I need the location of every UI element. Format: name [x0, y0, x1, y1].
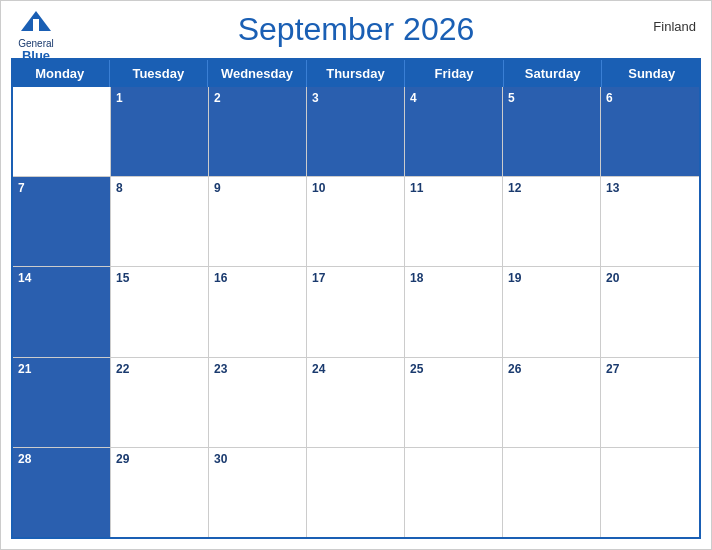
day-number-23: 23: [214, 362, 227, 376]
day-number-30: 30: [214, 452, 227, 466]
day-cell-week5-day4[interactable]: [307, 448, 405, 537]
day-cell-week3-day3[interactable]: 16: [209, 267, 307, 356]
day-header-thursday: Thursday: [307, 60, 406, 87]
day-cell-week2-day1[interactable]: 7: [13, 177, 111, 266]
calendar-container: General Blue September 2026 Finland Mond…: [0, 0, 712, 550]
day-number-12: 12: [508, 181, 521, 195]
day-cell-week1-day3[interactable]: 2: [209, 87, 307, 176]
day-cell-week1-day4[interactable]: 3: [307, 87, 405, 176]
days-header: Monday Tuesday Wednesday Thursday Friday…: [11, 60, 701, 87]
country-label: Finland: [653, 19, 696, 34]
day-number-8: 8: [116, 181, 123, 195]
day-number-13: 13: [606, 181, 619, 195]
day-cell-week3-day1[interactable]: 14: [13, 267, 111, 356]
day-header-friday: Friday: [405, 60, 504, 87]
day-cell-week3-day2[interactable]: 15: [111, 267, 209, 356]
week-row-1: 123456: [13, 87, 699, 177]
day-cell-week5-day6[interactable]: [503, 448, 601, 537]
day-cell-week4-day6[interactable]: 26: [503, 358, 601, 447]
day-number-2: 2: [214, 91, 221, 105]
day-number-10: 10: [312, 181, 325, 195]
day-number-7: 7: [18, 181, 25, 195]
calendar-header: General Blue September 2026 Finland: [1, 1, 711, 53]
calendar-grid: Monday Tuesday Wednesday Thursday Friday…: [11, 58, 701, 539]
day-cell-week1-day6[interactable]: 5: [503, 87, 601, 176]
day-number-17: 17: [312, 271, 325, 285]
day-cell-week4-day7[interactable]: 27: [601, 358, 699, 447]
day-number-11: 11: [410, 181, 423, 195]
svg-rect-2: [33, 19, 39, 33]
day-number-6: 6: [606, 91, 613, 105]
weeks-container: 1234567891011121314151617181920212223242…: [11, 87, 701, 539]
day-header-saturday: Saturday: [504, 60, 603, 87]
day-cell-week5-day1[interactable]: 28: [13, 448, 111, 537]
day-cell-week4-day5[interactable]: 25: [405, 358, 503, 447]
day-cell-week4-day3[interactable]: 23: [209, 358, 307, 447]
day-number-19: 19: [508, 271, 521, 285]
day-cell-week5-day2[interactable]: 29: [111, 448, 209, 537]
day-number-21: 21: [18, 362, 31, 376]
day-header-monday: Monday: [11, 60, 110, 87]
day-number-24: 24: [312, 362, 325, 376]
day-number-5: 5: [508, 91, 515, 105]
day-cell-week5-day7[interactable]: [601, 448, 699, 537]
day-cell-week2-day5[interactable]: 11: [405, 177, 503, 266]
day-number-16: 16: [214, 271, 227, 285]
day-header-wednesday: Wednesday: [208, 60, 307, 87]
day-cell-week2-day4[interactable]: 10: [307, 177, 405, 266]
day-number-28: 28: [18, 452, 31, 466]
day-cell-week1-day1[interactable]: [13, 87, 111, 176]
week-row-4: 21222324252627: [13, 358, 699, 448]
week-row-3: 14151617181920: [13, 267, 699, 357]
day-cell-week4-day1[interactable]: 21: [13, 358, 111, 447]
week-row-5: 282930: [13, 448, 699, 537]
day-cell-week5-day5[interactable]: [405, 448, 503, 537]
month-title: September 2026: [238, 11, 475, 48]
day-cell-week3-day6[interactable]: 19: [503, 267, 601, 356]
day-number-18: 18: [410, 271, 423, 285]
day-number-4: 4: [410, 91, 417, 105]
week-row-2: 78910111213: [13, 177, 699, 267]
generalblue-logo: General Blue: [16, 9, 56, 62]
day-cell-week4-day2[interactable]: 22: [111, 358, 209, 447]
day-number-15: 15: [116, 271, 129, 285]
day-number-26: 26: [508, 362, 521, 376]
day-cell-week2-day3[interactable]: 9: [209, 177, 307, 266]
day-cell-week3-day5[interactable]: 18: [405, 267, 503, 356]
day-cell-week4-day4[interactable]: 24: [307, 358, 405, 447]
day-number-27: 27: [606, 362, 619, 376]
day-number-25: 25: [410, 362, 423, 376]
day-cell-week2-day2[interactable]: 8: [111, 177, 209, 266]
day-cell-week1-day2[interactable]: 1: [111, 87, 209, 176]
day-number-9: 9: [214, 181, 221, 195]
day-number-3: 3: [312, 91, 319, 105]
day-header-sunday: Sunday: [602, 60, 701, 87]
day-cell-week2-day6[interactable]: 12: [503, 177, 601, 266]
day-header-tuesday: Tuesday: [110, 60, 209, 87]
day-number-14: 14: [18, 271, 31, 285]
logo-blue: Blue: [22, 49, 50, 62]
day-cell-week1-day7[interactable]: 6: [601, 87, 699, 176]
day-cell-week5-day3[interactable]: 30: [209, 448, 307, 537]
day-cell-week3-day7[interactable]: 20: [601, 267, 699, 356]
day-number-29: 29: [116, 452, 129, 466]
day-number-22: 22: [116, 362, 129, 376]
day-number-1: 1: [116, 91, 123, 105]
day-number-20: 20: [606, 271, 619, 285]
day-cell-week2-day7[interactable]: 13: [601, 177, 699, 266]
day-cell-week3-day4[interactable]: 17: [307, 267, 405, 356]
day-cell-week1-day5[interactable]: 4: [405, 87, 503, 176]
